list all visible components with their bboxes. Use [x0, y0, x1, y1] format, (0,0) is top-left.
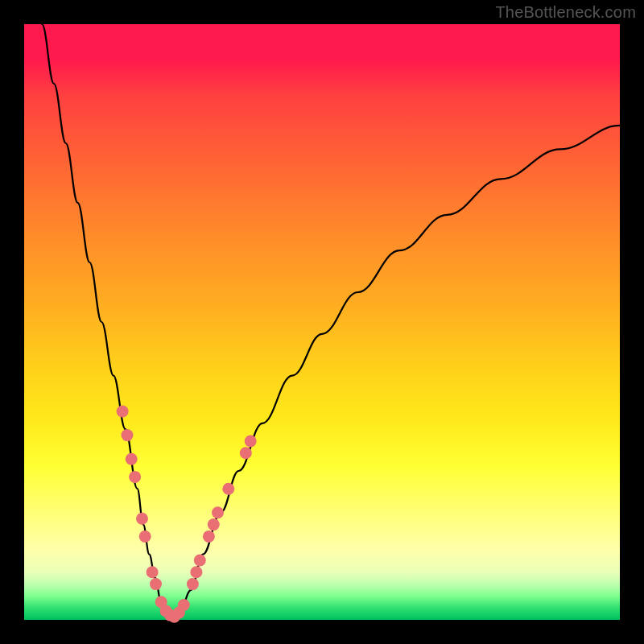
curve-marker [203, 530, 215, 543]
curve-marker [117, 406, 129, 418]
curve-marker [222, 483, 234, 495]
curve-marker [122, 429, 134, 441]
curve-marker [187, 578, 199, 590]
chart-frame: TheBottleneck.com [0, 0, 644, 644]
curve-marker [136, 513, 148, 525]
curve-marker [129, 471, 141, 483]
curve-markers [117, 406, 257, 623]
curve-marker [194, 555, 206, 567]
curve-marker [150, 578, 162, 590]
curve-marker [245, 436, 257, 448]
curve-marker [190, 566, 202, 578]
curve-marker [126, 453, 138, 465]
curve-marker [139, 530, 151, 543]
chart-svg [24, 24, 620, 620]
curve-marker [212, 506, 224, 518]
watermark-text: TheBottleneck.com [495, 3, 636, 22]
curve-marker [147, 566, 159, 578]
curve-marker [208, 518, 220, 530]
bottleneck-curve [42, 24, 620, 620]
curve-marker [240, 447, 252, 459]
curve-marker [178, 599, 190, 611]
